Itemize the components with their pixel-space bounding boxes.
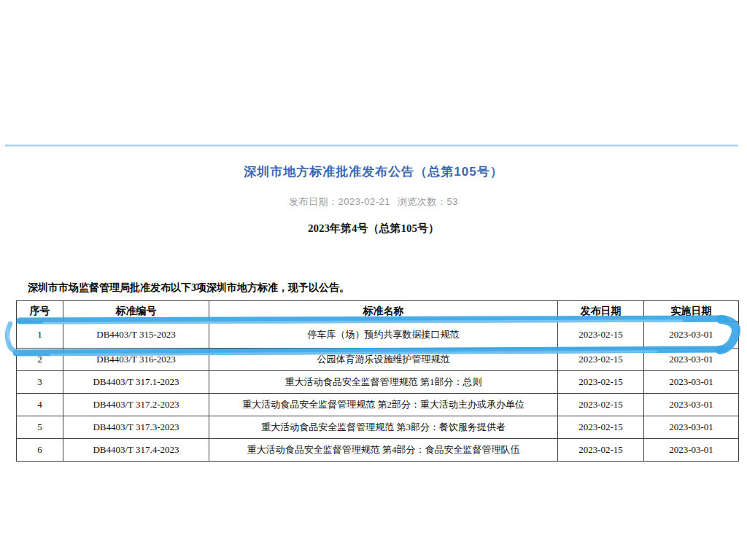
cell-name: 重大活动食品安全监督管理规范 第2部分：重大活动主办或承办单位 [209, 394, 558, 416]
issue-number: 2023年第4号（总第105号） [0, 222, 747, 236]
table-row: 6 DB4403/T 317.4-2023 重大活动食品安全监督管理规范 第4部… [17, 439, 739, 462]
cell-seq: 3 [17, 371, 63, 394]
meta-line: 发布日期：2023-02-21浏览次数：53 [0, 195, 747, 209]
cell-seq: 5 [17, 416, 63, 439]
cell-publish-date: 2023-02-15 [558, 349, 644, 371]
marker-left-texture [7, 328, 9, 340]
cell-seq: 1 [17, 322, 63, 349]
cell-name: 重大活动食品安全监督管理规范 第3部分：餐饮服务提供者 [209, 416, 558, 439]
cell-code: DB4403/T 316-2023 [63, 349, 209, 371]
header-cell-code: 标准编号 [63, 301, 209, 322]
header-divider-line [5, 144, 738, 147]
cell-code: DB4403/T 317.4-2023 [63, 439, 209, 462]
cell-publish-date: 2023-02-15 [558, 371, 644, 394]
cell-seq: 6 [17, 439, 63, 462]
header-cell-seq: 序号 [17, 301, 63, 322]
header-cell-name: 标准名称 [209, 301, 558, 322]
cell-implement-date: 2023-03-01 [644, 416, 739, 439]
intro-paragraph: 深圳市市场监督管理局批准发布以下3项深圳市地方标准，现予以公告。 [28, 281, 349, 295]
cell-name: 停车库（场）预约共享数据接口规范 [209, 322, 558, 349]
cell-code: DB4403/T 317.1-2023 [63, 371, 209, 394]
table-row: 3 DB4403/T 317.1-2023 重大活动食品安全监督管理规范 第1部… [17, 371, 739, 394]
publish-date-value: 2023-02-21 [338, 196, 391, 207]
cell-name: 重大活动食品安全监督管理规范 第4部分：食品安全监督管理队伍 [209, 439, 558, 462]
cell-publish-date: 2023-02-15 [558, 439, 644, 462]
views-value: 53 [447, 196, 458, 207]
header-cell-publish: 发布日期 [558, 301, 644, 322]
cell-code: DB4403/T 317.3-2023 [63, 416, 209, 439]
standards-table: 序号 标准编号 标准名称 发布日期 实施日期 1 DB4403/T 315-20… [16, 300, 739, 462]
header-cell-implement: 实施日期 [644, 301, 739, 322]
cell-implement-date: 2023-03-01 [644, 371, 739, 394]
table-row: 2 DB4403/T 316-2023 公园体育游乐设施维护管理规范 2023-… [17, 349, 739, 371]
announcement-page: 深圳市地方标准批准发布公告（总第105号） 发布日期：2023-02-21浏览次… [0, 0, 747, 560]
table-row: 5 DB4403/T 317.3-2023 重大活动食品安全监督管理规范 第3部… [17, 416, 739, 439]
views-label: 浏览次数： [398, 196, 447, 207]
cell-name: 公园体育游乐设施维护管理规范 [209, 349, 558, 371]
cell-code: DB4403/T 317.2-2023 [63, 394, 209, 416]
cell-publish-date: 2023-02-15 [558, 416, 644, 439]
cell-publish-date: 2023-02-15 [558, 322, 644, 349]
cell-implement-date: 2023-03-01 [644, 349, 739, 371]
publish-date-label: 发布日期： [289, 196, 338, 207]
cell-publish-date: 2023-02-15 [558, 394, 644, 416]
cell-implement-date: 2023-03-01 [644, 394, 739, 416]
cell-code: DB4403/T 315-2023 [63, 322, 209, 349]
cell-name: 重大活动食品安全监督管理规范 第1部分：总则 [209, 371, 558, 394]
table-row: 4 DB4403/T 317.2-2023 重大活动食品安全监督管理规范 第2部… [17, 394, 739, 416]
table-row: 1 DB4403/T 315-2023 停车库（场）预约共享数据接口规范 202… [17, 322, 739, 349]
cell-implement-date: 2023-03-01 [644, 322, 739, 349]
cell-implement-date: 2023-03-01 [644, 439, 739, 462]
page-title: 深圳市地方标准批准发布公告（总第105号） [0, 163, 747, 180]
cell-seq: 4 [17, 394, 63, 416]
table-header-row: 序号 标准编号 标准名称 发布日期 实施日期 [17, 301, 739, 322]
cell-seq: 2 [17, 349, 63, 371]
